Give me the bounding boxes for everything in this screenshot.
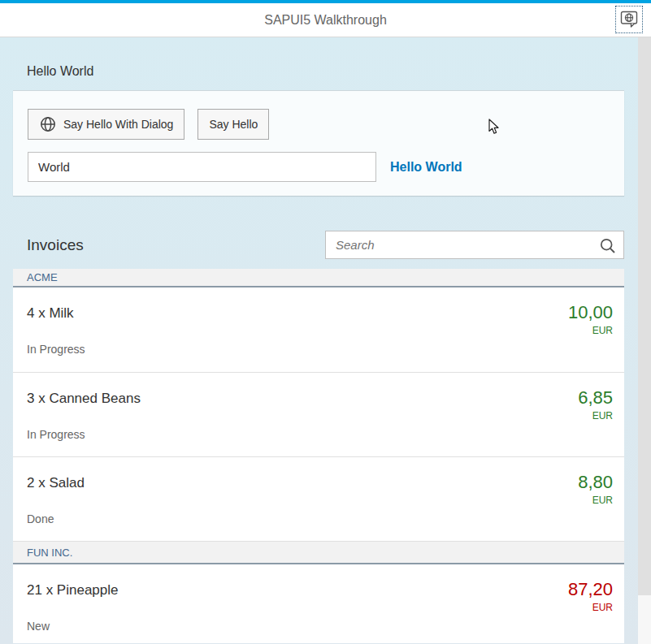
page-content: Hello World Say Hello With Dialog <box>13 37 624 643</box>
group-header-fun-inc: FUN INC. <box>13 541 624 564</box>
say-hello-label: Say Hello <box>209 118 258 131</box>
panel-content: Say Hello With Dialog Say Hello Hello Wo… <box>13 90 624 196</box>
item-title: 3 x Canned Beans <box>27 391 141 407</box>
buttons-row: Say Hello With Dialog Say Hello <box>28 109 610 140</box>
globe-icon <box>39 115 57 133</box>
panel-title: Hello World <box>13 37 624 90</box>
group-header-acme: ACME <box>13 269 624 287</box>
header-button-focus-ring <box>615 6 643 33</box>
scrollbar-thumb[interactable] <box>638 37 651 595</box>
hello-world-panel: Hello World Say Hello With Dialog <box>13 37 624 196</box>
search-button[interactable] <box>597 236 618 257</box>
magnifier-icon <box>599 237 617 255</box>
page-title: SAPUI5 Walkthrough <box>264 13 387 28</box>
item-status: Done <box>27 512 54 525</box>
group-header-label: ACME <box>27 271 58 283</box>
item-status: New <box>27 620 50 633</box>
item-number: 6,85 <box>578 387 613 408</box>
say-hello-with-dialog-button[interactable]: Say Hello With Dialog <box>28 109 184 140</box>
greeting-text: Hello World <box>390 160 462 175</box>
item-unit: EUR <box>592 602 613 613</box>
invoice-list-item-canned-beans[interactable]: 3 x Canned Beans 6,85 EUR In Progress <box>13 372 624 456</box>
input-row: Hello World <box>28 152 610 182</box>
item-title: 2 x Salad <box>27 475 85 491</box>
invoices-title: Invoices <box>13 236 84 254</box>
invoice-list: ACME 4 x Milk 10,00 EUR In Progress 3 x … <box>13 269 624 643</box>
item-title: 4 x Milk <box>27 305 74 322</box>
vertical-scrollbar[interactable] <box>638 37 651 644</box>
group-header-label: FUN INC. <box>27 547 72 559</box>
page-body: Hello World Say Hello With Dialog <box>0 37 651 644</box>
item-title: 21 x Pineapple <box>27 582 118 599</box>
item-unit: EUR <box>592 495 613 506</box>
say-hello-button[interactable]: Say Hello <box>197 109 269 140</box>
item-number: 8,80 <box>578 472 613 493</box>
item-number: 87,20 <box>568 579 613 600</box>
dialog-globe-icon <box>620 11 638 28</box>
app-header: SAPUI5 Walkthrough <box>0 3 651 37</box>
item-number: 10,00 <box>568 302 613 323</box>
invoice-list-item-salad[interactable]: 2 x Salad 8,80 EUR Done <box>13 456 624 541</box>
name-input[interactable] <box>28 152 376 182</box>
hello-dialog-button[interactable] <box>618 9 640 30</box>
item-unit: EUR <box>592 410 613 421</box>
search-field <box>325 231 624 259</box>
search-input[interactable] <box>326 231 623 258</box>
invoices-toolbar: Invoices <box>13 231 624 259</box>
invoice-list-item-pineapple[interactable]: 21 x Pineapple 87,20 EUR New <box>13 564 624 643</box>
item-status: In Progress <box>27 428 85 441</box>
say-hello-with-dialog-label: Say Hello With Dialog <box>63 118 173 131</box>
item-unit: EUR <box>592 325 613 336</box>
item-status: In Progress <box>27 343 85 356</box>
invoice-list-item-milk[interactable]: 4 x Milk 10,00 EUR In Progress <box>13 287 624 372</box>
